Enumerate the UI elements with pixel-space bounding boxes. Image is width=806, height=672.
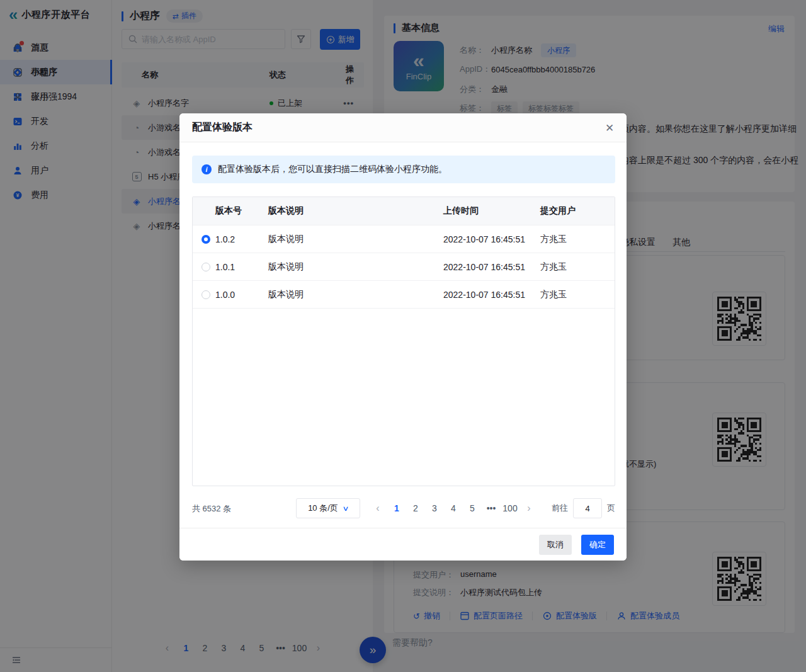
page-number[interactable]: 5 — [465, 499, 480, 517]
column-desc: 版本说明 — [268, 205, 443, 217]
version-row[interactable]: 1.0.1 版本说明 2022-10-07 16:45:51 方兆玉 — [193, 253, 615, 281]
column-user: 提交用户 — [540, 205, 615, 217]
column-time: 上传时间 — [443, 205, 540, 217]
prev-page-icon[interactable]: ‹ — [370, 499, 385, 517]
info-banner: i 配置体验版本后，您可以直接扫描二维码体验小程序功能。 — [192, 156, 615, 183]
modal-header: 配置体验版本 ✕ — [179, 113, 627, 142]
chevron-down-icon: ∨ — [342, 504, 349, 513]
close-icon[interactable]: ✕ — [603, 121, 616, 135]
page-ellipsis[interactable]: ••• — [484, 499, 499, 517]
page-number[interactable]: 1 — [389, 499, 404, 517]
modal-title: 配置体验版本 — [192, 121, 253, 134]
info-icon: i — [202, 164, 212, 174]
app-root: 基本信息 编辑 « FinClip 名称： 小程序名称 小程序 AppID： 6… — [0, 0, 806, 672]
total-count: 共 6532 条 — [192, 503, 231, 515]
radio[interactable] — [202, 263, 210, 271]
version-table-header: 版本号 版本说明 上传时间 提交用户 — [193, 197, 615, 225]
next-page-icon[interactable]: › — [521, 499, 536, 517]
page-number[interactable]: 3 — [427, 499, 442, 517]
column-version: 版本号 — [193, 205, 268, 217]
page-number[interactable]: 4 — [446, 499, 461, 517]
radio[interactable] — [202, 290, 210, 299]
modal-pagination: 共 6532 条 10 条/页 ∨ ‹ 1 2 3 4 5 ••• 100 › … — [179, 498, 627, 518]
cancel-button[interactable]: 取消 — [539, 535, 572, 555]
version-row[interactable]: 1.0.2 版本说明 2022-10-07 16:45:51 方兆玉 — [193, 225, 615, 253]
version-row[interactable]: 1.0.0 版本说明 2022-10-07 16:45:51 方兆玉 — [193, 281, 615, 309]
page-number[interactable]: 100 — [502, 499, 518, 517]
page-size-select[interactable]: 10 条/页 ∨ — [296, 498, 360, 518]
page-jumper: 前往 页 — [552, 498, 615, 518]
jump-page-input[interactable] — [573, 498, 602, 518]
confirm-button[interactable]: 确定 — [581, 535, 614, 555]
modal-footer: 取消 确定 — [179, 528, 627, 561]
configure-trial-version-modal: 配置体验版本 ✕ i 配置体验版本后，您可以直接扫描二维码体验小程序功能。 版本… — [179, 113, 627, 561]
page-number[interactable]: 2 — [408, 499, 423, 517]
radio-selected[interactable] — [202, 235, 210, 244]
version-table: 版本号 版本说明 上传时间 提交用户 1.0.2 版本说明 2022-10-07… — [192, 196, 615, 486]
